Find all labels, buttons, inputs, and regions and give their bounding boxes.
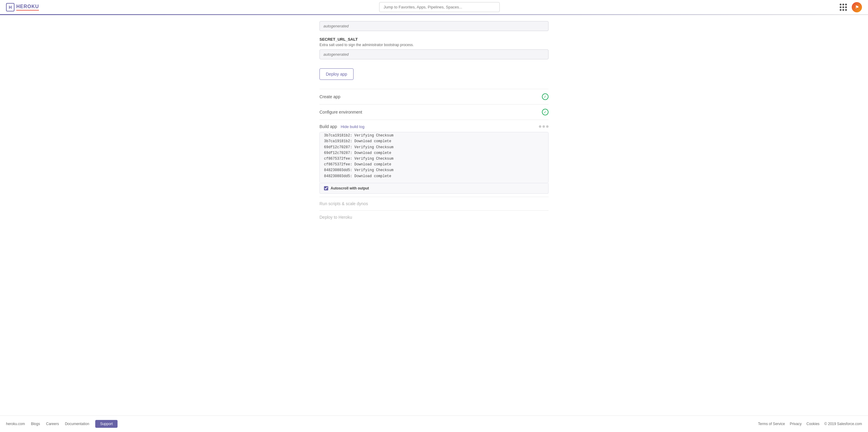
build-progress-dots xyxy=(539,125,549,128)
grid-icon[interactable] xyxy=(840,4,847,11)
header-right: ⚑ xyxy=(840,2,862,12)
secret-url-salt-input[interactable] xyxy=(319,49,549,59)
build-log-line: 69df12c70287: Download complete xyxy=(324,150,544,156)
grid-dot xyxy=(840,9,841,11)
build-log-line: 3b7ca19181b2: Verifying Checksum xyxy=(324,133,544,139)
footer-copyright: © 2019 Salesforce.com xyxy=(824,422,862,426)
grid-dot xyxy=(842,4,844,5)
build-dot-1 xyxy=(539,125,541,128)
build-log-line: 848230803dd5: Verifying Checksum xyxy=(324,167,544,173)
run-scripts-label: Run scripts & scale dynos xyxy=(319,201,368,206)
main-content: SECRET_URL_SALT Extra salt used to sign … xyxy=(313,15,555,416)
top-autogenerated-field xyxy=(319,21,549,31)
hide-build-log-link[interactable]: Hide build log xyxy=(341,125,364,129)
autoscroll-label: Autoscroll with output xyxy=(331,186,369,190)
build-app-section: Build app Hide build log c5e195b5a1d1: D… xyxy=(319,120,549,194)
deploy-to-heroku-label: Deploy to Heroku xyxy=(319,215,352,220)
build-log-line: cf8675372fee: Download complete xyxy=(324,162,544,167)
grid-dot xyxy=(842,9,844,11)
footer-left: heroku.com Blogs Careers Documentation S… xyxy=(6,420,118,428)
create-app-label: Create app xyxy=(319,94,340,99)
secret-url-salt-section: SECRET_URL_SALT Extra salt used to sign … xyxy=(319,37,549,59)
footer-link-heroku[interactable]: heroku.com xyxy=(6,422,25,426)
autoscroll-row: Autoscroll with output xyxy=(319,183,549,194)
configure-environment-label: Configure environment xyxy=(319,110,362,114)
grid-dot xyxy=(845,9,847,11)
avatar-initials: ⚑ xyxy=(855,5,859,10)
footer-link-careers[interactable]: Careers xyxy=(46,422,59,426)
footer-link-privacy[interactable]: Privacy xyxy=(789,422,801,426)
top-autogenerated-input[interactable] xyxy=(319,21,549,31)
deploy-button-section: Deploy app xyxy=(319,68,549,80)
grid-dot xyxy=(845,4,847,5)
search-input[interactable] xyxy=(379,2,500,12)
build-app-title: Build app Hide build log xyxy=(319,124,364,129)
grid-dot xyxy=(845,6,847,8)
secret-url-salt-description: Extra salt used to sign the administrato… xyxy=(319,43,549,47)
autoscroll-checkbox[interactable] xyxy=(324,186,328,190)
configure-environment-step: Configure environment ✓ xyxy=(319,104,549,120)
heroku-logo[interactable]: H HEROKU xyxy=(6,3,39,11)
build-dot-2 xyxy=(542,125,545,128)
footer-link-cookies[interactable]: Cookies xyxy=(807,422,819,426)
grid-dot xyxy=(842,6,844,8)
create-app-check-icon: ✓ xyxy=(542,93,549,100)
footer-link-tos[interactable]: Terms of Service xyxy=(758,422,785,426)
grid-dot xyxy=(840,6,841,8)
deploy-app-button[interactable]: Deploy app xyxy=(319,68,353,80)
build-log-line: 3b7ca19181b2: Download complete xyxy=(324,139,544,144)
run-scripts-step: Run scripts & scale dynos xyxy=(319,197,549,210)
logo-letter: H xyxy=(9,5,12,10)
secret-url-salt-label: SECRET_URL_SALT xyxy=(319,37,549,41)
app-header: H HEROKU ⚑ xyxy=(0,0,868,15)
grid-dot xyxy=(840,4,841,5)
build-app-header: Build app Hide build log xyxy=(319,124,549,129)
app-footer: heroku.com Blogs Careers Documentation S… xyxy=(0,416,868,432)
build-app-label: Build app xyxy=(319,124,337,129)
configure-environment-check-icon: ✓ xyxy=(542,109,549,115)
build-dot-3 xyxy=(546,125,549,128)
avatar[interactable]: ⚑ xyxy=(852,2,862,12)
build-log-line: cf8675372fee: Verifying Checksum xyxy=(324,156,544,162)
header-left: H HEROKU xyxy=(6,3,39,11)
create-app-step: Create app ✓ xyxy=(319,89,549,104)
build-log-line: 848230803dd5: Download complete xyxy=(324,173,544,179)
footer-right: Terms of Service Privacy Cookies © 2019 … xyxy=(758,422,862,426)
support-button[interactable]: Support xyxy=(95,420,118,428)
build-log[interactable]: c5e195b5a1d1: Download complete3b7ca1918… xyxy=(319,132,549,183)
heroku-logo-icon: H xyxy=(6,3,14,11)
heroku-logo-text: HEROKU xyxy=(16,4,39,10)
header-search-container xyxy=(379,2,500,12)
build-log-line: 69df12c70287: Verifying Checksum xyxy=(324,144,544,150)
footer-link-documentation[interactable]: Documentation xyxy=(65,422,89,426)
deploy-to-heroku-step: Deploy to Heroku xyxy=(319,210,549,224)
footer-link-blogs[interactable]: Blogs xyxy=(31,422,40,426)
